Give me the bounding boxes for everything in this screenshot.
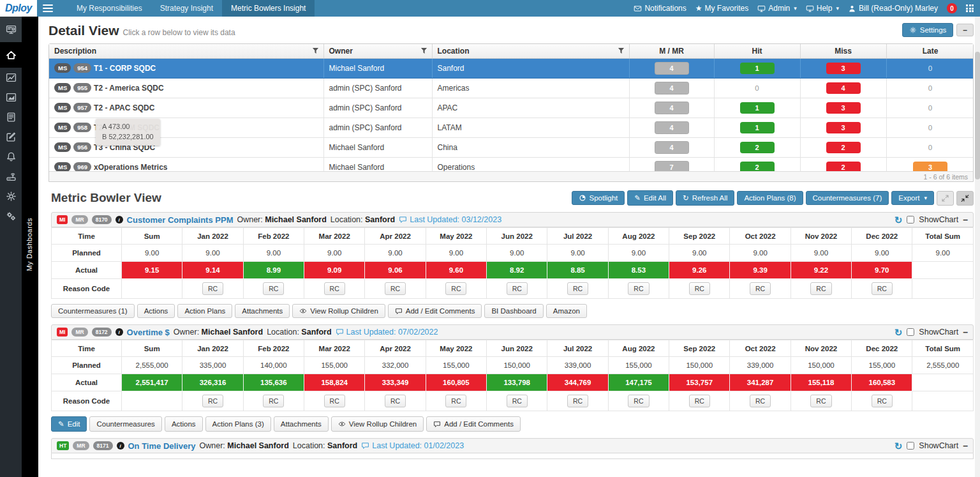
reason-code-button[interactable]: RC (507, 282, 528, 295)
reason-code-button[interactable]: RC (324, 282, 345, 295)
attachments-button[interactable]: Attachments (274, 416, 329, 432)
settings-button[interactable]: Settings (902, 23, 954, 37)
router-icon[interactable] (0, 167, 22, 186)
column-header-mmr[interactable]: M / MR (629, 44, 714, 58)
reason-code-button[interactable]: RC (263, 395, 284, 407)
document-icon[interactable] (0, 107, 22, 127)
nav-tab-metric-bowlers-insight[interactable]: Metric Bowlers Insight (222, 0, 315, 17)
metric-title-link[interactable]: Customer Complaints PPM (127, 215, 234, 225)
bi-dashboard-button[interactable]: BI Dashboard (484, 304, 543, 318)
help-menu[interactable]: Help▾ (806, 4, 839, 13)
column-header-late[interactable]: Late (886, 44, 973, 58)
last-updated-link[interactable]: Last Updated: 03/12/2023 (399, 215, 501, 224)
showchart-checkbox[interactable] (907, 216, 914, 223)
reason-code-button[interactable]: RC (202, 282, 223, 295)
actions-button[interactable]: Actions (137, 304, 175, 318)
edit-button[interactable]: ✎Edit (51, 416, 87, 432)
action-plans-button[interactable]: Action Plans (177, 304, 232, 318)
nav-tab-my-responsibilities[interactable]: My Responsibilities (68, 0, 151, 17)
table-row-t2-america-sqdc[interactable]: MS955T2 - America SQDCadmin (SPC) Sanfor… (49, 78, 973, 98)
countermeasures-7-button[interactable]: Countermeasures (7) (806, 191, 889, 205)
reason-code-button[interactable]: RC (263, 282, 284, 295)
reason-code-button[interactable]: RC (567, 395, 588, 407)
compress-button[interactable] (956, 191, 974, 206)
vertical-scrollbar[interactable] (975, 17, 980, 477)
collapse-card-icon[interactable]: – (963, 215, 968, 224)
collapse-card-icon[interactable]: – (963, 441, 968, 450)
reason-code-button[interactable]: RC (445, 282, 466, 295)
refresh-icon[interactable]: ↻ (895, 215, 903, 225)
column-header-miss[interactable]: Miss (800, 44, 886, 58)
column-header-owner[interactable]: Owner (323, 44, 432, 58)
admin-menu[interactable]: Admin▾ (757, 4, 797, 13)
reason-code-button[interactable]: RC (628, 395, 649, 407)
scrollbar-thumb[interactable] (975, 52, 980, 179)
reason-code-button[interactable]: RC (324, 395, 345, 407)
nav-tab-strategy-insight[interactable]: Strategy Insight (151, 0, 222, 17)
hamburger-menu-icon[interactable] (37, 0, 59, 17)
metric-title-link[interactable]: On Time Delivery (128, 441, 196, 451)
action-plans-3-button[interactable]: Action Plans (3) (205, 416, 271, 432)
refresh-icon[interactable]: ↻ (895, 328, 903, 337)
metric-title-link[interactable]: Overtime $ (127, 328, 170, 337)
edit-icon[interactable] (0, 127, 22, 147)
add-edit-comments-button[interactable]: Add / Edit Comments (426, 416, 521, 432)
info-icon[interactable]: i (115, 216, 123, 223)
refresh-all-button[interactable]: ↻Refresh All (676, 190, 734, 206)
apps-grid-icon[interactable] (966, 4, 974, 12)
reason-code-button[interactable]: RC (385, 282, 406, 295)
table-row-t3-china-sqdc[interactable]: MS956T3 - China SQDCMichael SanfordChina… (49, 137, 973, 157)
attachments-button[interactable]: Attachments (235, 304, 290, 318)
user-menu[interactable]: Bill (Read-Only) Marley (848, 4, 938, 13)
last-updated-link[interactable]: Last Updated: 01/02/2023 (361, 441, 464, 450)
collapse-card-icon[interactable]: – (963, 328, 968, 337)
expand-button[interactable] (937, 191, 954, 206)
countermeasures-button[interactable]: Countermeasures (89, 416, 161, 432)
countermeasures-1-button[interactable]: Countermeasures (1) (51, 304, 135, 318)
filter-icon[interactable] (618, 47, 625, 56)
table-row-t2-latam-sqdc[interactable]: MS958T2 - LATAM SQDCadmin (SPC) SanfordL… (49, 117, 973, 137)
bell-icon[interactable] (0, 147, 22, 167)
filter-icon[interactable] (420, 47, 427, 56)
column-header-location[interactable]: Location (432, 44, 629, 58)
home-icon[interactable] (0, 42, 22, 68)
reason-code-button[interactable]: RC (567, 282, 588, 295)
gears-icon[interactable] (0, 206, 22, 226)
reason-code-button[interactable]: RC (445, 395, 466, 407)
reason-code-button[interactable]: RC (689, 395, 710, 407)
my-favorites-menu[interactable]: ★ My Favorites (695, 4, 748, 13)
reason-code-button[interactable]: RC (750, 282, 771, 295)
edit-all-button[interactable]: ✎Edit All (627, 190, 673, 206)
collapse-detail-view-button[interactable]: – (956, 24, 974, 36)
export-button[interactable]: Export▾ (891, 191, 934, 205)
line-chart-icon[interactable] (0, 68, 22, 87)
showchart-checkbox[interactable] (907, 328, 914, 336)
my-dashboards-panel-toggle[interactable]: My Dashboards (26, 218, 33, 271)
notifications-menu[interactable]: Notifications (634, 4, 686, 13)
table-row-t2-apac-sqdc[interactable]: MS957T2 - APAC SQDCadmin (SPC) SanfordAP… (49, 98, 973, 117)
info-icon[interactable]: i (115, 328, 123, 336)
info-icon[interactable]: i (117, 442, 124, 450)
reason-code-button[interactable]: RC (810, 395, 831, 407)
actions-button[interactable]: Actions (165, 416, 203, 432)
view-rollup-children-button[interactable]: View Rollup Children (331, 416, 424, 432)
reason-code-button[interactable]: RC (872, 282, 893, 295)
area-chart-icon[interactable] (0, 87, 22, 107)
view-rollup-children-button[interactable]: View Rollup Children (292, 304, 385, 318)
filter-icon[interactable] (312, 47, 319, 56)
screens-icon[interactable] (0, 17, 22, 42)
last-updated-link[interactable]: Last Updated: 07/02/2022 (336, 328, 438, 337)
reason-code-button[interactable]: RC (689, 282, 710, 295)
reason-code-button[interactable]: RC (872, 395, 893, 407)
gear-icon[interactable] (0, 186, 22, 206)
table-row-xoperations-metrics[interactable]: MS969xOperations MetricsMichael SanfordO… (49, 157, 973, 171)
showchart-checkbox[interactable] (907, 442, 914, 450)
amazon-button[interactable]: Amazon (546, 304, 587, 318)
reason-code-button[interactable]: RC (810, 282, 831, 295)
action-plans-8-button[interactable]: Action Plans (8) (737, 191, 803, 205)
column-header-description[interactable]: Description (49, 44, 323, 58)
reason-code-button[interactable]: RC (202, 395, 223, 407)
refresh-icon[interactable]: ↻ (895, 441, 903, 451)
spotlight-button[interactable]: Spotlight (572, 191, 625, 205)
reason-code-button[interactable]: RC (628, 282, 649, 295)
